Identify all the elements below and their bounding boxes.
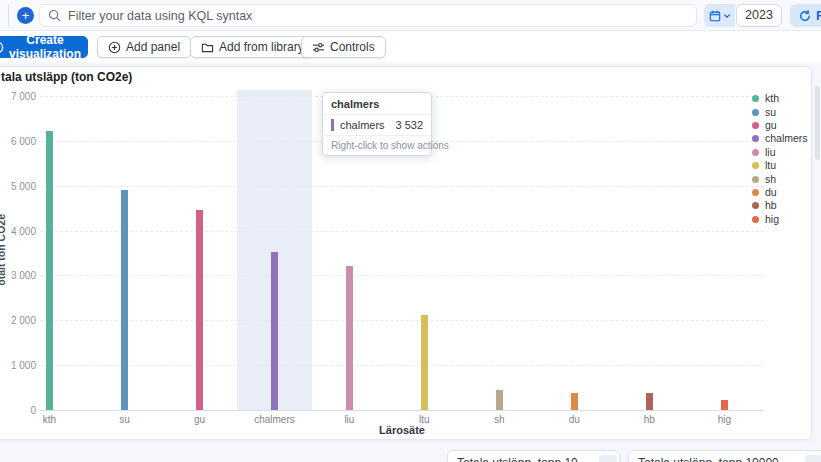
bar-su[interactable] [121,190,128,410]
add-panel-label: Add panel [126,40,180,54]
plus-circle-icon [0,41,4,54]
chart-tooltip: chalmers chalmers 3 532 Right-click to s… [322,92,432,156]
x-axis-tick-label: chalmers [254,414,295,425]
bar-du[interactable] [571,393,578,410]
chart-legend: kthsuguchalmersliultushduhbhig [752,92,808,226]
add-panel-button[interactable]: Add panel [97,36,191,58]
legend-label: liu [765,146,776,159]
y-axis-tick-label: 0 [4,405,36,416]
bar-sh[interactable] [496,390,503,410]
x-axis-tick-label: du [569,414,580,425]
add-from-library-label: Add from library [219,40,304,54]
x-axis-tick-label: kth [43,414,56,425]
date-value[interactable]: 2023 [736,4,782,27]
y-axis-tick-label: 5 000 [4,180,36,191]
bar-gu[interactable] [196,210,203,410]
legend-item-du[interactable]: du [752,186,808,199]
legend-dot [752,109,759,116]
legend-dot [752,216,759,223]
y-axis-tick-label: 7 000 [4,91,36,102]
bar-hig[interactable] [721,400,728,410]
bottom-control-left-label: Totala utsläpp, topp 10 [457,456,578,462]
bar-ltu[interactable] [421,315,428,410]
x-axis-tick-label: su [119,414,130,425]
legend-dot [752,135,759,142]
kql-search-box[interactable] [39,4,697,27]
legend-item-gu[interactable]: gu [752,119,808,132]
x-axis-title: Lärosäte [379,424,425,436]
x-axis-tick-label: liu [344,414,354,425]
y-axis-tick-label: 2 000 [4,315,36,326]
kql-search-input[interactable] [68,9,688,23]
legend-item-hig[interactable]: hig [752,213,808,226]
dashboard-toolbar: Create visualization Add panel Add from … [0,31,821,62]
legend-label: sh [765,173,776,186]
tooltip-row: chalmers 3 532 [323,115,431,135]
bottom-control-left[interactable]: Totala utsläpp, topp 10 [447,450,620,462]
gridline [40,365,764,366]
calendar-icon [709,10,721,22]
legend-dot [752,162,759,169]
create-visualization-button[interactable]: Create visualization [0,36,88,58]
legend-item-chalmers[interactable]: chalmers [752,132,808,145]
refresh-button[interactable]: Re [790,4,821,27]
legend-item-ltu[interactable]: ltu [752,159,808,172]
gridline [40,186,764,187]
tooltip-series-marker [331,119,334,131]
legend-item-sh[interactable]: sh [752,172,808,185]
sliders-icon [312,41,325,54]
add-filter-button[interactable]: + [17,7,34,24]
chevron-down-icon [723,12,731,20]
x-axis-tick-label: hb [644,414,655,425]
refresh-icon [799,10,811,22]
scrollbar-thumb[interactable] [815,86,820,160]
add-from-library-button[interactable]: Add from library [190,36,315,58]
kibana-dashboard-page: + [0,0,821,462]
search-icon [48,9,61,22]
bottom-control-right-cap [805,455,821,462]
legend-label: du [765,186,777,199]
legend-dot [752,149,759,156]
y-axis-tick-label: 6 000 [4,135,36,146]
bottom-control-right[interactable]: Totala utsläpp, topp 10000 [628,450,821,462]
y-axis-tick-label: 4 000 [4,225,36,236]
legend-dot [752,122,759,129]
gridline [40,275,764,276]
refresh-label: Re [816,9,821,23]
legend-dot [752,176,759,183]
controls-button[interactable]: Controls [301,36,386,58]
x-axis-line [40,410,764,411]
legend-dot [752,202,759,209]
legend-label: hig [765,213,779,226]
legend-item-liu[interactable]: liu [752,146,808,159]
legend-label: su [765,106,776,119]
legend-item-hb[interactable]: hb [752,199,808,212]
tooltip-value: 3 532 [395,119,423,131]
bar-liu[interactable] [346,266,353,410]
bar-kth[interactable] [46,131,53,410]
bar-hb[interactable] [646,393,653,410]
x-axis-tick-label: gu [194,414,205,425]
legend-label: ltu [765,159,776,172]
bar-chalmers[interactable] [271,252,278,410]
legend-dot [752,95,759,102]
tooltip-header: chalmers [323,93,431,115]
folder-icon [201,41,214,54]
legend-label: chalmers [765,132,808,145]
date-picker-button[interactable] [704,4,735,27]
plus-circle-icon [108,41,121,54]
legend-dot [752,189,759,196]
top-query-bar: + [0,0,821,31]
tooltip-series-label: chalmers [340,119,385,131]
tooltip-footer: Right-click to show actions [323,135,431,155]
plus-icon: + [22,8,30,23]
legend-label: kth [765,92,779,105]
legend-item-kth[interactable]: kth [752,92,808,105]
bottom-control-left-cap [599,455,617,462]
legend-item-su[interactable]: su [752,105,808,118]
gridline [40,320,764,321]
create-visualization-label: Create visualization [9,33,81,61]
controls-label: Controls [330,40,375,54]
y-axis-tick-label: 1 000 [4,360,36,371]
topbar-divider [8,4,9,27]
